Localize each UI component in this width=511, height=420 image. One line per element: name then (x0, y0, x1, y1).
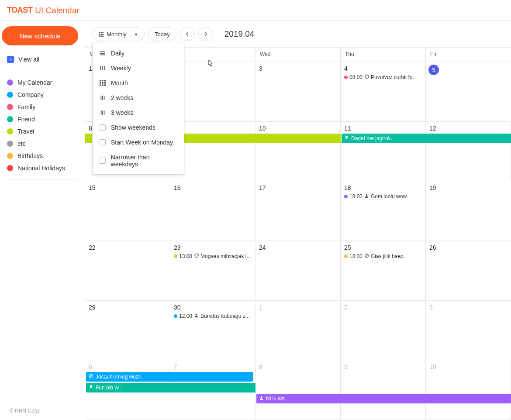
brand-bold: TOAST (7, 6, 32, 15)
event-time: 18:00 (349, 193, 363, 200)
calendar-name: Birthdays (17, 152, 43, 159)
dropdown-label: Narrower than weekdays (111, 154, 177, 168)
dropdown-view-option[interactable]: 2 weeks (93, 90, 184, 105)
pointer-cursor-icon (207, 59, 214, 70)
calendar-color-dot (7, 128, 13, 134)
new-schedule-button[interactable]: New schedule (2, 26, 78, 45)
day-cell[interactable]: 9 (341, 360, 426, 420)
day-cell[interactable]: 2313:00Mogaas mibvacjak l... (170, 241, 256, 300)
day-cell[interactable]: 3 (256, 62, 341, 121)
event-bar[interactable]: Fun bib wi. (86, 383, 256, 392)
day-number: 1 (259, 304, 262, 311)
dropdown-label: Start Week on Monday (111, 139, 173, 146)
sidebar-calendar-item[interactable]: National Holidays (7, 162, 78, 174)
sidebar-calendar-item[interactable]: Company (7, 89, 78, 101)
svg-rect-4 (100, 34, 102, 35)
day-cell[interactable]: 29 (85, 301, 170, 360)
day-cell[interactable]: 5 (426, 62, 511, 121)
event-time: 18:30 (349, 253, 363, 259)
day-cell[interactable]: 12 (426, 122, 511, 181)
day-cell[interactable]: 11 (341, 122, 426, 181)
dropdown-view-option[interactable]: Weekly (93, 61, 184, 76)
calendar-name: My Calendar (17, 79, 52, 86)
dropdown-view-option[interactable]: Daily (93, 46, 184, 61)
copyright-text: © NHN Corp. (10, 408, 41, 414)
sidebar-calendar-item[interactable]: Friend (7, 113, 78, 125)
checkbox-unchecked-icon (100, 124, 106, 131)
day-cell[interactable]: 10 (426, 360, 511, 420)
view-dropdown-button[interactable]: Monthly ▲ (92, 27, 145, 41)
dropdown-label: Daily (111, 50, 124, 57)
day-cell[interactable]: 17 (256, 181, 341, 241)
event-repeat-icon (364, 74, 369, 80)
sidebar-calendar-item[interactable]: Birthdays (7, 150, 78, 162)
day-cell[interactable]: 26 (426, 241, 511, 300)
calendar-color-dot (7, 141, 13, 147)
event-title: Gom loolu wow. (371, 193, 408, 200)
svg-rect-13 (102, 82, 104, 84)
event-bar-title: Ni lu we. (266, 396, 286, 402)
day-cell[interactable]: 24 (256, 241, 341, 300)
sidebar-calendar-item[interactable]: etc (7, 138, 78, 150)
cols2-icon (100, 95, 106, 101)
dropdown-label: Month (111, 79, 128, 86)
day-cell[interactable]: 408:00Puvutvuz curbit fo. (341, 62, 426, 121)
view-all-toggle[interactable]: View all (7, 53, 78, 65)
day-cell[interactable]: 2 (341, 301, 426, 360)
today-button[interactable]: Today (148, 27, 176, 41)
brand-light: UI Calendar (35, 6, 79, 15)
day-cell[interactable]: 19 (426, 181, 511, 241)
app-header: TOAST UI Calendar (0, 0, 511, 21)
day-number: 18 (344, 184, 351, 191)
calendar-name: Family (17, 103, 35, 110)
event-bar[interactable]: Jocauhi imiog wuzri. (86, 372, 253, 382)
event-title: Bumdus kubuagu z... (200, 313, 250, 319)
sidebar-calendar-item[interactable]: Family (7, 101, 78, 113)
day-cell[interactable]: 22 (85, 241, 170, 300)
sidebar-calendar-item[interactable]: My Calendar (7, 76, 78, 89)
event-bar[interactable]: Dadef me jagirok. (342, 134, 511, 143)
event-bar-title: Jocauhi imiog wuzri. (96, 374, 143, 380)
dropdown-checkbox-option[interactable]: Start Week on Monday (93, 135, 184, 150)
next-button[interactable] (198, 27, 213, 41)
day-cell[interactable]: 10 (256, 122, 341, 181)
day-number: 24 (259, 244, 266, 251)
event-title: Mogaas mibvacjak l... (200, 253, 251, 259)
day-cell[interactable]: 1818:00Gom loolu wow. (341, 181, 426, 241)
day-cell[interactable]: 15 (85, 181, 170, 241)
event-bar[interactable]: Ni lu we. (256, 394, 511, 403)
grid-icon (99, 32, 104, 37)
event-item[interactable]: 12:00Bumdus kubuagu z... (174, 313, 252, 319)
prev-button[interactable] (180, 27, 195, 41)
sidebar-calendar-item[interactable]: Travel (7, 125, 78, 138)
event-item[interactable]: 13:00Mogaas mibvacjak l... (174, 253, 252, 259)
dropdown-view-option[interactable]: 3 weeks (93, 105, 184, 120)
event-time: 08:00 (349, 74, 363, 80)
day-number: 4 (344, 65, 348, 72)
week-row: 222313:00Mogaas mibvacjak l...242518:30G… (85, 241, 511, 301)
svg-rect-6 (99, 35, 100, 37)
day-cell[interactable]: 1 (256, 301, 341, 360)
event-item[interactable]: 18:00Gom loolu wow. (344, 193, 422, 200)
dropdown-view-option[interactable]: Month (93, 76, 184, 90)
day-number: 2 (344, 304, 348, 311)
dropdown-checkbox-option[interactable]: Show weekends (93, 120, 184, 135)
event-item[interactable]: 18:30Gias jilik baep. (344, 253, 422, 259)
event-item[interactable]: 08:00Puvutvuz curbit fo. (344, 74, 422, 80)
svg-rect-17 (104, 85, 106, 86)
day-cell[interactable]: 3012:00Bumdus kubuagu z... (170, 301, 256, 360)
dropdown-label: 3 weeks (111, 109, 133, 116)
day-number: 1 (89, 65, 92, 72)
day-number: 3 (259, 65, 262, 72)
weekday-cell: Wed (256, 48, 341, 62)
main: Monthly ▲ DailyWeeklyMonth2 weeks3 weeks… (85, 21, 511, 420)
day-cell[interactable]: 8 (256, 360, 341, 420)
day-cell[interactable]: 16 (170, 181, 256, 241)
event-block-icon (89, 374, 93, 380)
dropdown-label: Show weekends (111, 124, 155, 131)
day-number: 23 (174, 244, 181, 251)
dropdown-checkbox-option[interactable]: Narrower than weekdays (93, 150, 184, 172)
day-cell[interactable]: 3 (426, 301, 511, 360)
day-cell[interactable]: 2518:30Gias jilik baep. (341, 241, 426, 300)
day-number: 16 (174, 184, 181, 191)
